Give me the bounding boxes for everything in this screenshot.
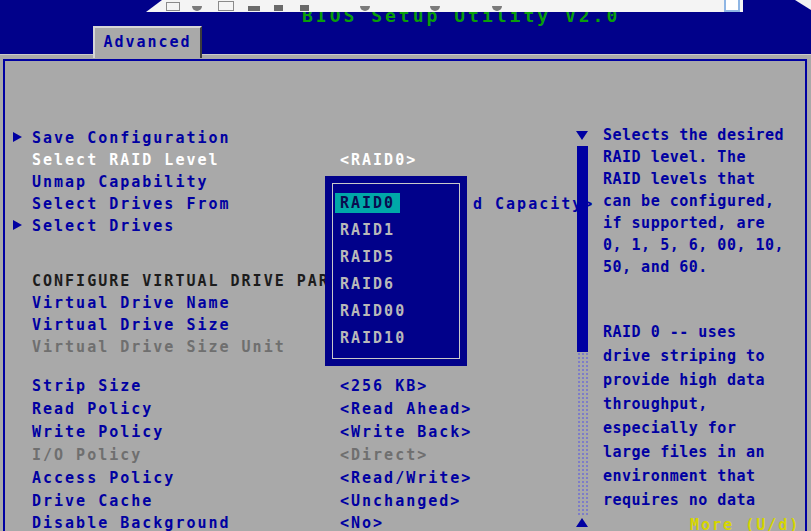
menu-item-label: Save Configuration (32, 129, 231, 147)
raid-option-raid1[interactable]: RAID1 (340, 217, 467, 244)
raid-option-raid00[interactable]: RAID00 (340, 298, 467, 325)
help-text-line: can be configured, (603, 190, 784, 212)
menu-item-strip-size[interactable]: Strip Size<256 KB> (0, 377, 590, 394)
help-text-line: RAID levels that (603, 168, 784, 190)
menu-item-save-configuration[interactable]: Save Configuration (0, 129, 590, 146)
scroll-down-icon[interactable] (576, 131, 588, 140)
toolbar-icon-partial[interactable] (300, 5, 309, 11)
menu-item-value: <No> (340, 514, 384, 531)
raid-option-raid6[interactable]: RAID6 (340, 271, 467, 298)
menu-item-value: <RAID0> (340, 151, 417, 169)
menu-item-label: Select Drives From (32, 195, 231, 213)
menu-item-label: Strip Size (32, 377, 142, 395)
menu-item-label: Access Policy (32, 469, 175, 487)
scrollbar-track[interactable] (577, 352, 588, 515)
help-text-line: Selects the desired (603, 124, 784, 146)
help-text-line: large files in an (603, 440, 765, 464)
menu-item-drive-cache[interactable]: Drive Cache<Unchanged> (0, 492, 590, 509)
toolbar-icon-partial[interactable] (360, 6, 370, 11)
menu-item-label: I/O Policy (32, 446, 142, 464)
help-text-line: especially for (603, 416, 765, 440)
menu-item-label: Virtual Drive Name (32, 294, 231, 312)
console-toolbar-strip (146, 0, 743, 12)
menu-item-read-policy[interactable]: Read Policy<Read Ahead> (0, 400, 590, 417)
help-text-line: requires no data (603, 488, 765, 512)
help-text-line: environment that (603, 464, 765, 488)
raid-level-dropdown: RAID0RAID1RAID5RAID6RAID00RAID10 (325, 176, 467, 366)
menu-item-select-drives-from[interactable]: Select Drives Fromd Capacity> (0, 195, 590, 212)
option-label: RAID5 (340, 248, 395, 266)
submenu-arrow-icon (13, 132, 22, 142)
selected-option-highlight: RAID0 (335, 193, 400, 213)
help-more-indicator: More (U/d) (690, 516, 800, 531)
menu-item-select-raid-level[interactable]: Select RAID Level<RAID0> (0, 151, 590, 168)
toolbar-icon-partial[interactable] (274, 5, 283, 11)
menu-item-write-policy[interactable]: Write Policy<Write Back> (0, 423, 590, 440)
menu-item-virtual-drive-name[interactable]: Virtual Drive Name (0, 294, 590, 311)
menu-item-label: Select RAID Level (32, 151, 220, 169)
help-text-line: 0, 1, 5, 6, 00, 10, (603, 234, 784, 256)
raid-option-raid0[interactable]: RAID0 (340, 190, 467, 217)
help-text-paragraph: RAID 0 -- usesdrive striping toprovide h… (603, 320, 765, 512)
menu-item-virtual-drive-size-unit[interactable]: Virtual Drive Size Unit (0, 338, 590, 355)
help-text-line: if supported, are (603, 212, 784, 234)
menu-item-label: Drive Cache (32, 492, 153, 510)
menu-item-configure-virtual-drive-par: CONFIGURE VIRTUAL DRIVE PAR (0, 272, 590, 289)
help-text-line: throughput, (603, 392, 765, 416)
toolbar-icon-partial[interactable] (218, 1, 234, 11)
option-label: RAID00 (340, 302, 406, 320)
menu-item-disable-background[interactable]: Disable Background<No> (0, 514, 590, 531)
menu-item-virtual-drive-size[interactable]: Virtual Drive Size (0, 316, 590, 333)
toolbar-icon-partial[interactable] (192, 6, 202, 11)
menu-item-label: Virtual Drive Size Unit (32, 338, 286, 356)
menu-item-unmap-capability[interactable]: Unmap Capability (0, 173, 590, 190)
scrollbar-thumb[interactable] (577, 146, 588, 352)
menu-item-select-drives[interactable]: Select Drives (0, 217, 590, 234)
help-text-line: 50, and 60. (603, 256, 784, 278)
menu-item-value: <Write Back> (340, 423, 472, 441)
menu-item-label: Read Policy (32, 400, 153, 418)
menu-item-value: <Direct> (340, 446, 428, 464)
menu-item-i-o-policy[interactable]: I/O Policy<Direct> (0, 446, 590, 463)
help-text-line: RAID level. The (603, 146, 784, 168)
help-text-line: provide high data (603, 368, 765, 392)
menu-item-value: <256 KB> (340, 377, 428, 395)
menu-item-label: Select Drives (32, 217, 175, 235)
raid-option-raid5[interactable]: RAID5 (340, 244, 467, 271)
toolbar-icon-partial[interactable] (430, 6, 440, 11)
menu-item-label: Disable Background (32, 514, 231, 531)
scroll-up-icon[interactable] (576, 518, 588, 527)
menu-item-value: <Read/Write> (340, 469, 472, 487)
help-text-paragraph: Selects the desiredRAID level. TheRAID l… (603, 124, 784, 278)
window-icon[interactable] (724, 0, 740, 12)
menu-item-value: <Unchanged> (340, 492, 461, 510)
submenu-arrow-icon (13, 220, 22, 230)
menu-item-label: Unmap Capability (32, 173, 209, 191)
help-text-line: RAID 0 -- uses (603, 320, 765, 344)
toolbar-icon-partial[interactable] (492, 6, 502, 11)
option-label: RAID1 (340, 221, 395, 239)
menu-item-label: CONFIGURE VIRTUAL DRIVE PAR (32, 272, 330, 290)
option-label: RAID6 (340, 275, 395, 293)
raid-level-options: RAID0RAID1RAID5RAID6RAID00RAID10 (325, 176, 467, 352)
option-label: RAID10 (340, 329, 406, 347)
menu-item-label: Write Policy (32, 423, 164, 441)
window-corner-wedge (795, 0, 811, 10)
menu-item-value: <Read Ahead> (340, 400, 472, 418)
bios-setup-screen: BIOS Setup Utility V2.0 Advanced Create … (0, 0, 811, 531)
toolbar-icon-partial[interactable] (248, 6, 260, 11)
tab-advanced[interactable]: Advanced (93, 26, 202, 58)
raid-option-raid10[interactable]: RAID10 (340, 325, 467, 352)
help-text-line: drive striping to (603, 344, 765, 368)
toolbar-icon-partial[interactable] (166, 2, 180, 11)
menu-item-access-policy[interactable]: Access Policy<Read/Write> (0, 469, 590, 486)
menu-item-label: Virtual Drive Size (32, 316, 231, 334)
